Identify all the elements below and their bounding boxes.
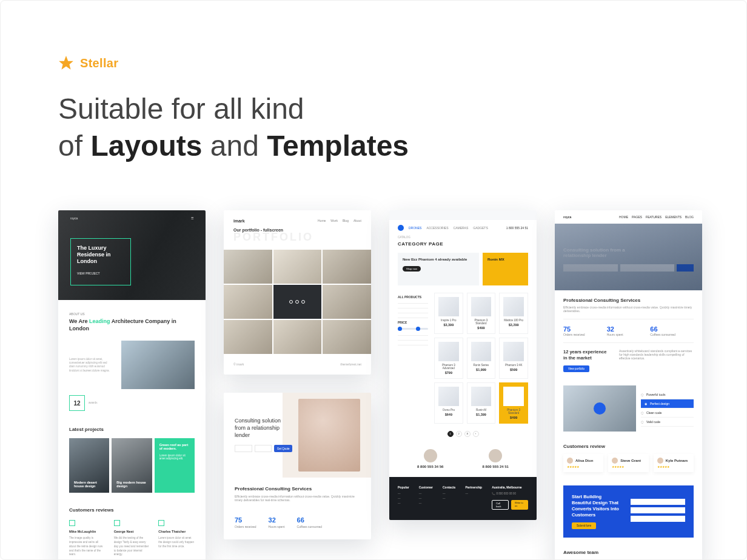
view-portfolio-button[interactable]: View portfolio <box>563 365 589 372</box>
portfolio-item[interactable] <box>323 285 371 319</box>
portfolio-item[interactable] <box>273 250 322 284</box>
avatar <box>424 449 437 462</box>
portfolio-item[interactable] <box>224 320 272 354</box>
product-card[interactable]: Matrice 100 Pro$3,299 <box>499 293 528 334</box>
hero-title: The Luxury Residense in London <box>77 245 124 265</box>
project-card[interactable]: Green roof as part of modern.Lorem ipsum… <box>155 438 195 493</box>
review-card: Steve Grant★★★★★ <box>608 454 648 472</box>
templates-grid: royca☰ The Luxury Residense in London VI… <box>58 210 689 560</box>
feature-item[interactable]: ◌Powerful tools <box>641 390 694 399</box>
template-business[interactable]: royca HOMEPAGESFEATURESELEMENTSBLOG Cons… <box>555 210 702 560</box>
awards-count: 12 <box>69 395 85 411</box>
page-headline: Suitable for all kind of Layouts and Tem… <box>58 90 689 165</box>
pagination[interactable]: 123› <box>389 424 537 444</box>
template-architecture[interactable]: royca☰ The Luxury Residense in London VI… <box>58 210 206 560</box>
product-card[interactable]: Phantom 3 Standard$499 <box>467 293 496 334</box>
form-input[interactable] <box>631 499 685 505</box>
project-card[interactable]: Modern desert house design <box>69 438 109 493</box>
filters-sidebar: ALL PRODUCTS PRICE <box>398 293 428 424</box>
product-card[interactable]: Ronin Series$1,999 <box>467 338 496 379</box>
hero-image <box>298 399 360 472</box>
product-card[interactable]: Osmo Pro$649 <box>434 382 463 424</box>
nav-item[interactable]: GADGETS <box>473 226 487 230</box>
svg-marker-0 <box>59 56 73 70</box>
write-button[interactable]: Write to us <box>511 500 528 510</box>
footer: Popular——— Customer——— Contacts—— Partne… <box>389 477 537 520</box>
search-input[interactable] <box>235 445 252 452</box>
form-input[interactable] <box>631 507 685 513</box>
star-icon <box>58 55 74 71</box>
product-card[interactable]: Phantom 3 4K$599 <box>499 338 528 379</box>
logo-icon <box>398 225 404 231</box>
product-card[interactable]: Inspire 1 Pro$3,399 <box>434 293 463 334</box>
promo-banner[interactable]: New Bzz Phantom 4 already available Shop… <box>398 253 479 285</box>
page-title: CATEGORY PAGE <box>389 241 537 253</box>
portfolio-item[interactable] <box>323 320 371 354</box>
submit-button[interactable] <box>677 264 694 272</box>
promo-banner[interactable]: Ronin MX <box>483 253 528 285</box>
review-card: Kyle Putnam★★★★★ <box>654 454 694 472</box>
template-consulting-hero[interactable]: Consulting solution from a relationship … <box>224 393 371 539</box>
template-portfolio[interactable]: imark HomeWorkBlogAbout Our portfolio - … <box>224 210 371 375</box>
portfolio-item[interactable] <box>224 250 272 284</box>
callback-button[interactable]: Call back <box>492 500 509 510</box>
price-slider[interactable] <box>398 328 428 330</box>
project-card[interactable]: Big modern house design <box>112 438 152 493</box>
feature-item[interactable]: ◌Valid code <box>641 418 694 427</box>
product-card[interactable]: Ronin-M$1,399 <box>467 382 496 424</box>
about-image <box>121 341 195 389</box>
nav-item[interactable]: ACCESSORIES <box>426 226 448 230</box>
search-input[interactable] <box>563 264 618 272</box>
portfolio-item[interactable] <box>323 250 371 284</box>
portfolio-item[interactable] <box>224 285 272 319</box>
video-thumb[interactable] <box>563 385 636 432</box>
feature-item[interactable]: ◉Perfect design <box>641 399 694 408</box>
avatar <box>489 449 502 462</box>
view-project-button[interactable]: VIEW PROJECT <box>77 272 124 275</box>
portfolio-grid <box>224 250 371 354</box>
play-icon <box>594 402 606 415</box>
review-card: Alisa Dion★★★★★ <box>563 454 603 472</box>
get-quote-button[interactable]: Get Quote <box>274 445 292 452</box>
search-input[interactable] <box>620 264 675 272</box>
nav-item[interactable]: CAMERAS <box>454 226 469 230</box>
cta-button[interactable]: Submit form <box>572 522 596 529</box>
cta-banner: Start Building Beautiful Design That Con… <box>563 485 694 538</box>
nav-item[interactable]: DRONES <box>409 226 421 230</box>
portfolio-item[interactable] <box>273 285 322 319</box>
product-card-featured[interactable]: Phantom 3 Standard$499 <box>499 382 528 424</box>
brand-row: Stellar <box>58 55 689 71</box>
product-card[interactable]: Phantom 3 Advanced$799 <box>434 338 463 379</box>
template-ecommerce[interactable]: DRONES ACCESSORIES CAMERAS GADGETS 1 800… <box>389 210 537 520</box>
brand-name: Stellar <box>80 56 118 70</box>
search-input[interactable] <box>255 445 272 452</box>
feature-item[interactable]: ◌Clean code <box>641 408 694 418</box>
form-input[interactable] <box>631 516 685 522</box>
portfolio-item[interactable] <box>273 320 322 354</box>
